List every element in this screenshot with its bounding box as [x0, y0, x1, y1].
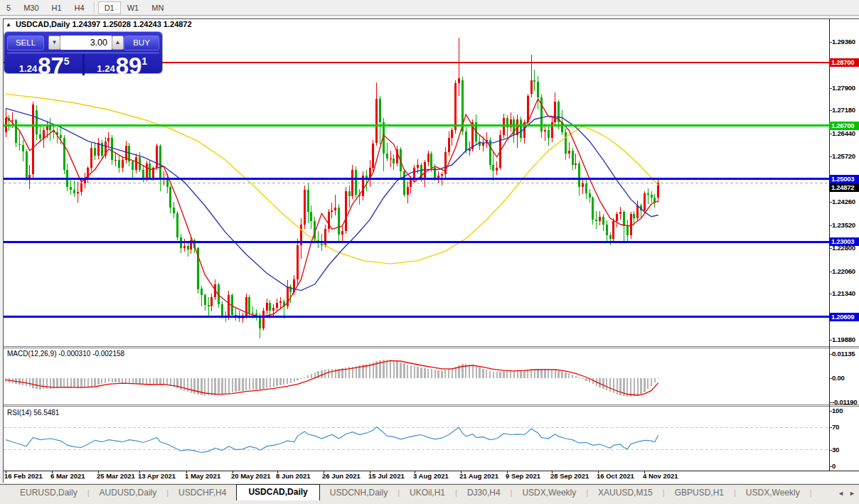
symbol-tab-bar: EURUSD,Daily|AUDUSD,Daily|USDCHF,H4USDCA… [0, 484, 859, 504]
price-tick-1.21340: 1.21340 [832, 289, 855, 297]
tab-ukoil-h1[interactable]: UKOil,H1 [400, 486, 455, 500]
one-click-trading-panel: SELL ▼ ▲ BUY 1.24875 1.24891 [4, 32, 162, 73]
toolbar-separator [94, 2, 95, 13]
price-badge-1.20609: 1.20609 [829, 313, 859, 321]
macd-chart[interactable] [4, 348, 829, 404]
date-label: 15 Jul 2021 [368, 472, 405, 480]
price-badge-1.24872: 1.24872 [829, 183, 859, 192]
price-tick-1.24260: 1.24260 [832, 198, 855, 205]
trading-terminal: 5M30H1H4D1W1MN ▲USDCAD,Daily 1.24397 1.2… [0, 0, 859, 504]
price-badge-1.25003: 1.25003 [829, 175, 859, 183]
chart-ohlc-values: 1.24397 1.25028 1.24243 1.24872 [72, 20, 191, 28]
price-tick-1.26440: 1.26440 [832, 129, 855, 137]
timeframe-toolbar: 5M30H1H4D1W1MN [0, 0, 859, 16]
macd-indicator-label: MACD(12,26,9) -0.000310 -0.002158 [7, 350, 124, 358]
sell-price-prefix: 1.24 [19, 63, 37, 74]
tab-scroll-right-icon[interactable]: ► [849, 490, 855, 497]
macd-splitter[interactable] [4, 346, 859, 348]
date-label: 4 Nov 2021 [643, 472, 678, 480]
rsi-splitter[interactable] [4, 404, 859, 407]
time-axis-divider [4, 471, 859, 471]
date-label: 25 Mar 2021 [97, 472, 135, 480]
ma-mid-blue [6, 108, 658, 290]
tab-gbpusd-h1[interactable]: GBPUSD,H1 [665, 486, 734, 500]
tab-usdchf-h4[interactable]: USDCHF,H4 [169, 486, 236, 500]
date-label: 1 May 2021 [185, 472, 220, 480]
macd-histogram [5, 360, 659, 397]
tab-eurusd-daily[interactable]: EURUSD,Daily [10, 486, 87, 500]
macd-tick-0.00: 0.00 [832, 374, 845, 382]
rsi-line [6, 427, 658, 453]
date-label: 21 Aug 2021 [459, 472, 498, 480]
chart-symbol-label: USDCAD,Daily [16, 20, 70, 28]
tab-separator: | [810, 488, 812, 497]
sell-price-pips: 87 [38, 57, 64, 75]
date-label: 3 Aug 2021 [413, 472, 449, 480]
timeframe-m30-button[interactable]: M30 [17, 1, 45, 14]
tab-usdx-weekly[interactable]: USDX,Weekly [736, 486, 810, 500]
date-label: 26 Jun 2021 [322, 472, 361, 480]
macd-tick-0.01135: 0.01135 [832, 350, 855, 358]
date-label: 6 Mar 2021 [50, 472, 85, 480]
price-tick-1.27180: 1.27180 [832, 106, 855, 114]
date-label: 8 Jun 2021 [276, 472, 311, 480]
macd-tick--0.01190: -0.01190 [832, 398, 857, 406]
tab-scroll-left-icon[interactable]: ◄ [838, 490, 844, 497]
tab-usdcad-daily[interactable]: USDCAD,Daily [236, 484, 319, 500]
sell-price-display[interactable]: 1.24875 [7, 54, 82, 75]
date-label: 13 Apr 2021 [138, 472, 176, 480]
price-tick-1.23520: 1.23520 [832, 221, 855, 229]
buy-price-display[interactable]: 1.24891 [85, 54, 160, 75]
tab-audusd-daily[interactable]: AUDUSD,Daily [90, 486, 167, 500]
chevron-down-icon: ▼ [52, 39, 58, 45]
date-label: 9 Sep 2021 [506, 472, 540, 480]
rsi-chart[interactable] [4, 407, 829, 471]
rsi-tick-0: 0 [832, 462, 836, 470]
sell-button[interactable]: SELL [7, 36, 44, 50]
volume-increase-button[interactable]: ▲ [112, 36, 124, 50]
price-tick-1.29360: 1.29360 [832, 38, 855, 45]
price-tick-1.25720: 1.25720 [832, 152, 855, 160]
tab-dj30-h4[interactable]: DJ30,H4 [457, 486, 511, 500]
buy-price-pips: 89 [116, 57, 142, 75]
tab-usdx-weekly[interactable]: USDX,Weekly [512, 486, 586, 500]
timeframe-h4-button[interactable]: H4 [68, 1, 91, 14]
timeframe-w1-button[interactable]: W1 [121, 1, 146, 14]
buy-button[interactable]: BUY [124, 36, 159, 50]
chart-header: ▲USDCAD,Daily 1.24397 1.25028 1.24243 1.… [6, 20, 192, 28]
rsi-tick-100: 100 [832, 407, 843, 414]
price-tick-1.27900: 1.27900 [832, 84, 855, 92]
rsi-indicator-label: RSI(14) 56.5481 [7, 409, 59, 417]
timeframe-h1-button[interactable]: H1 [46, 1, 68, 14]
rsi-tick-70: 70 [832, 423, 839, 431]
price-divider [82, 54, 85, 75]
date-label: 16 Feb 2021 [4, 472, 43, 480]
timeframe-5-button[interactable]: 5 [0, 1, 17, 14]
date-label: 28 Sep 2021 [550, 472, 589, 480]
candlesticks [5, 38, 660, 338]
buy-price-prefix: 1.24 [97, 63, 114, 74]
timeframe-d1-button[interactable]: D1 [98, 1, 121, 14]
rsi-tick-30: 30 [832, 446, 839, 454]
volume-input[interactable] [60, 36, 112, 50]
price-badge-1.23003: 1.23003 [829, 237, 859, 246]
tab-usdcnh-daily[interactable]: USDCNH,Daily [320, 486, 398, 500]
timeframe-mn-button[interactable]: MN [145, 1, 170, 14]
tab-xauusd-m15[interactable]: XAUUSD,M15 [588, 486, 663, 500]
price-tick-1.22060: 1.22060 [832, 267, 855, 275]
chevron-up-icon: ▲ [115, 39, 121, 45]
date-label: 20 May 2021 [231, 472, 270, 480]
volume-decrease-button[interactable]: ▼ [48, 36, 60, 50]
price-tick-1.19880: 1.19880 [832, 336, 855, 343]
sell-price-point: 5 [64, 55, 70, 67]
collapse-panel-icon[interactable]: ▲ [6, 21, 11, 28]
price-badge-1.28700: 1.28700 [829, 58, 859, 67]
buy-price-point: 1 [142, 55, 147, 67]
date-label: 16 Oct 2021 [597, 472, 634, 480]
price-badge-1.26700: 1.26700 [829, 122, 859, 130]
